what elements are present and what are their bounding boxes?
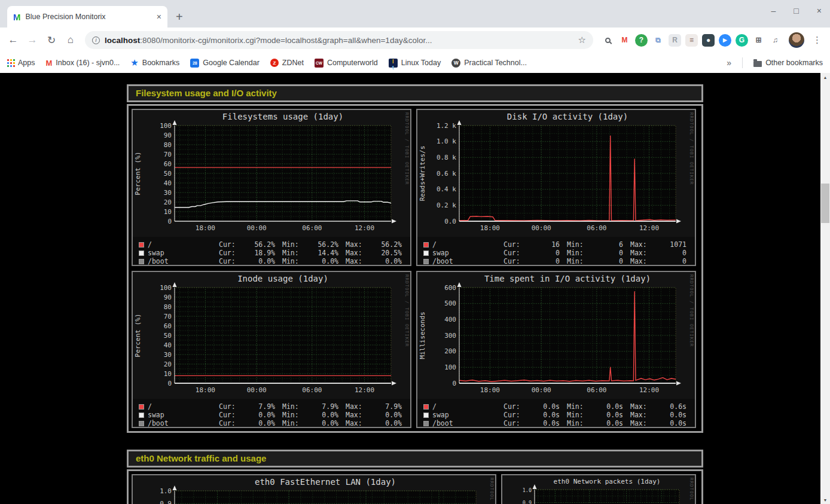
- svg-text:0.0: 0.0: [444, 218, 456, 225]
- svg-text:10: 10: [164, 370, 172, 378]
- url-text[interactable]: localhost:8080/monitorix-cgi/monitorix.c…: [105, 36, 573, 45]
- grammarly-extension-icon[interactable]: G: [736, 34, 748, 47]
- scrollbar[interactable]: ▲ ▼: [820, 73, 830, 504]
- bookmark-item[interactable]: ZZDNet: [270, 59, 304, 67]
- legend-stat-max: Max:0: [630, 249, 686, 257]
- bookmark-item[interactable]: CWComputerworld: [315, 59, 378, 68]
- r-extension-icon[interactable]: R: [669, 34, 681, 47]
- chart-panel[interactable]: eth0 Network packets (1day)Packets/s0.00…: [501, 474, 696, 504]
- browser-menu-icon[interactable]: ⋮: [809, 35, 825, 45]
- legend-series-name: /boot: [432, 257, 498, 265]
- profile-avatar[interactable]: [789, 32, 804, 48]
- legend-series-name: /: [148, 402, 213, 411]
- wordpress-icon: W: [451, 59, 460, 68]
- playlist-extension-icon[interactable]: ♫: [769, 34, 782, 47]
- svg-text:1.0: 1.0: [523, 487, 532, 493]
- svg-text:0.8 k: 0.8 k: [437, 154, 456, 161]
- legend-stat-min: Min:0.0%: [282, 257, 338, 265]
- bookmark-label: Linux Today: [401, 59, 441, 67]
- extensions-puzzle-icon[interactable]: ⊞: [752, 34, 765, 47]
- chart-panel[interactable]: Disk I/O activity (1day)Reads+Writes/s0.…: [416, 109, 696, 266]
- rrd-graph[interactable]: eth0 FastEthernet LAN (1day)0.00.10.20.3…: [133, 475, 495, 504]
- rrd-graph[interactable]: Disk I/O activity (1day)Reads+Writes/s0.…: [417, 110, 695, 237]
- chart-panel[interactable]: eth0 FastEthernet LAN (1day)0.00.10.20.3…: [132, 474, 496, 504]
- scrollbar-thumb[interactable]: [821, 184, 829, 223]
- chart-panel[interactable]: Time spent in I/O activity (1day)Millise…: [416, 271, 696, 428]
- monitorix-page: Filesystem usage and I/O activityFilesys…: [127, 73, 703, 504]
- pages-extension-icon[interactable]: ⧉: [652, 34, 664, 47]
- section-header: eth0 Network traffic and usage: [127, 450, 703, 468]
- zdnet-icon: Z: [270, 59, 279, 67]
- svg-text:12:00: 12:00: [355, 386, 374, 394]
- other-bookmarks[interactable]: Other bookmarks: [753, 59, 823, 67]
- monitorix-section: Filesystem usage and I/O activityFilesys…: [127, 84, 703, 433]
- bookmarks-bar: AppsMInbox (16) - sjvn0...★Bookmarks28Go…: [0, 53, 830, 73]
- svg-text:90: 90: [164, 132, 172, 139]
- gmail-extension-icon[interactable]: M: [618, 34, 631, 47]
- chart-panel[interactable]: Inode usage (1day)Percent (%)01020304050…: [132, 271, 411, 428]
- bookmark-item[interactable]: ★Bookmarks: [130, 57, 179, 68]
- bookmark-item[interactable]: Apps: [7, 59, 35, 67]
- svg-text:70: 70: [164, 313, 172, 320]
- bookmark-star-icon[interactable]: ☆: [578, 35, 586, 45]
- bookmark-item[interactable]: MInbox (16) - sjvn0...: [46, 59, 120, 68]
- bookmarks-overflow-chevron[interactable]: »: [727, 58, 731, 68]
- forward-button[interactable]: →: [24, 32, 41, 48]
- svg-text:18:00: 18:00: [196, 386, 215, 394]
- search-extension-icon[interactable]: [602, 34, 614, 47]
- svg-text:90: 90: [164, 294, 172, 301]
- bookmark-label: Google Calendar: [203, 59, 260, 67]
- svg-text:100: 100: [444, 364, 456, 371]
- flashlight-extension-icon[interactable]: ●: [702, 34, 715, 47]
- svg-text:500: 500: [444, 300, 456, 307]
- site-info-icon[interactable]: i: [92, 36, 100, 44]
- legend-stat-cur: Cur:0.0s: [504, 419, 560, 427]
- rrdtool-watermark: RRDTOOL / TOBI OETIKER: [689, 478, 694, 504]
- legend-row: /Cur:7.9%Min:7.9%Max:7.9%: [139, 402, 410, 411]
- rrd-graph[interactable]: Time spent in I/O activity (1day)Millise…: [417, 272, 695, 399]
- home-button[interactable]: ⌂: [62, 32, 79, 48]
- svg-text:30: 30: [164, 351, 172, 359]
- bookmark-item[interactable]: WPractical Technol...: [451, 59, 527, 68]
- rrd-graph[interactable]: Inode usage (1day)Percent (%)01020304050…: [133, 272, 410, 399]
- legend-series-name: swap: [432, 411, 498, 419]
- chart-panel[interactable]: Filesystems usage (1day)Percent (%)01020…: [132, 109, 411, 266]
- reload-button[interactable]: ↻: [43, 32, 60, 48]
- bookmark-label: ZDNet: [282, 59, 304, 67]
- svg-text:00:00: 00:00: [532, 386, 551, 394]
- legend-swatch: [139, 404, 144, 410]
- voice-extension-icon[interactable]: ?: [635, 34, 648, 47]
- window-close-button[interactable]: ×: [817, 6, 822, 16]
- legend-stat-min: Min:0.0s: [567, 419, 623, 427]
- legend-swatch: [423, 404, 429, 410]
- legend-swatch: [139, 421, 144, 426]
- legend-row: /bootCur:0.0%Min:0.0%Max:0.0%: [139, 419, 410, 427]
- scroll-down-arrow[interactable]: ▼: [820, 496, 830, 504]
- tab-close-icon[interactable]: ×: [157, 12, 161, 22]
- zoom-camera-extension-icon[interactable]: ►: [719, 34, 731, 47]
- tab-title: Blue Precision Monitorix: [26, 13, 152, 21]
- new-tab-button[interactable]: +: [176, 10, 183, 24]
- svg-text:200: 200: [444, 347, 456, 355]
- stack-extension-icon[interactable]: ≡: [685, 34, 698, 47]
- legend-stat-min: Min:7.9%: [282, 402, 338, 411]
- window-minimize-button[interactable]: –: [771, 6, 776, 16]
- svg-text:12:00: 12:00: [355, 224, 374, 232]
- legend-swatch: [423, 242, 429, 248]
- bookmark-item[interactable]: ltLinux Today: [389, 59, 441, 68]
- address-bar[interactable]: i localhost:8080/monitorix-cgi/monitorix…: [85, 31, 593, 49]
- bookmark-label: Practical Technol...: [464, 59, 527, 67]
- scroll-up-arrow[interactable]: ▲: [820, 73, 830, 81]
- computerworld-icon: CW: [315, 59, 324, 68]
- search-icon: [605, 38, 611, 43]
- rrd-graph[interactable]: Filesystems usage (1day)Percent (%)01020…: [133, 110, 410, 237]
- svg-text:30: 30: [164, 189, 172, 197]
- browser-tab[interactable]: M Blue Precision Monitorix ×: [7, 6, 167, 28]
- rrd-graph[interactable]: eth0 Network packets (1day)Packets/s0.00…: [502, 475, 695, 504]
- back-button[interactable]: ←: [5, 32, 22, 48]
- bookmark-item[interactable]: 28Google Calendar: [190, 59, 260, 68]
- legend-swatch: [139, 251, 144, 256]
- svg-text:18:00: 18:00: [196, 224, 215, 232]
- window-maximize-button[interactable]: □: [794, 6, 798, 16]
- legend-stat-max: Max:0.0%: [346, 419, 402, 427]
